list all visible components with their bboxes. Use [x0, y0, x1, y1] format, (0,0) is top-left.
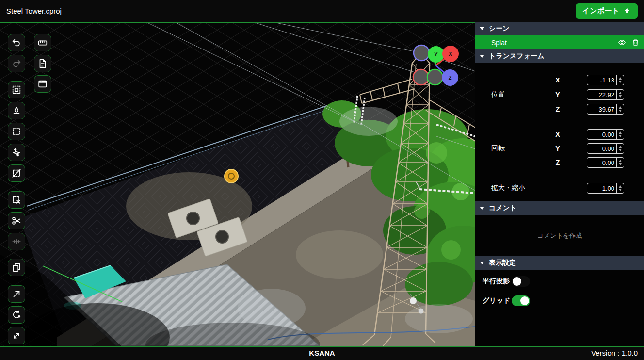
position-y-spinner[interactable] — [616, 90, 624, 99]
rotation-z-axis-label: Z — [553, 159, 563, 166]
undo-button[interactable] — [8, 34, 25, 51]
spinner-up-icon[interactable] — [619, 106, 622, 109]
gizmo-y-label: Y — [434, 51, 438, 57]
position-x-input-group — [587, 75, 624, 85]
parallel-projection-toggle[interactable] — [512, 276, 530, 287]
position-y-input[interactable] — [587, 90, 616, 99]
rotation-y-spinner[interactable] — [616, 144, 624, 153]
rotate-icon — [11, 310, 22, 320]
move-button[interactable] — [8, 285, 25, 303]
app-version: Version : 1.0.0 — [591, 349, 638, 357]
visibility-toggle-button[interactable] — [618, 38, 626, 47]
spinner-down-icon[interactable] — [619, 189, 622, 191]
flip-button[interactable] — [8, 144, 25, 161]
parallel-projection-label: 平行投影 — [483, 277, 510, 286]
collapse-triangle-icon — [480, 207, 484, 210]
gizmo-axis-neg-x[interactable] — [413, 69, 429, 85]
viewport-top-border — [0, 22, 475, 23]
merge-button[interactable] — [8, 233, 25, 250]
scene-section-header[interactable]: シーン — [475, 22, 644, 35]
spinner-up-icon[interactable] — [619, 185, 622, 188]
rotation-y-input[interactable] — [587, 144, 616, 153]
scale-spinner[interactable] — [616, 183, 624, 193]
rotate-button[interactable] — [8, 306, 25, 324]
redo-button[interactable] — [8, 55, 25, 72]
position-x-input[interactable] — [587, 75, 616, 85]
position-y-input-group — [587, 89, 624, 100]
spinner-down-icon[interactable] — [619, 163, 622, 165]
rotation-z-spinner[interactable] — [616, 158, 624, 167]
position-z-input-group — [587, 104, 624, 115]
collapse-triangle-icon — [480, 55, 484, 58]
arrow-up-right-icon — [11, 289, 22, 299]
mist — [238, 289, 306, 327]
ruler-icon — [37, 37, 48, 48]
rotation-x-axis-label: X — [553, 131, 563, 138]
rotation-y-input-group — [587, 143, 624, 154]
spinner-up-icon[interactable] — [619, 131, 622, 134]
display-settings-body: 平行投影 グリッド — [475, 270, 644, 346]
scale-input-group — [587, 183, 624, 194]
rotation-z-input[interactable] — [587, 158, 616, 167]
gizmo-axis-neg-z[interactable] — [414, 45, 429, 61]
rotation-x-input[interactable] — [587, 130, 616, 139]
viewport[interactable]: Y X Z — [0, 22, 475, 346]
marquee-select-button[interactable] — [8, 123, 25, 140]
gizmo-z-label: Z — [449, 75, 452, 81]
comment-empty-text[interactable]: コメントを作成 — [537, 231, 582, 240]
rotation-x-input-group — [587, 129, 624, 140]
position-x-spinner[interactable] — [616, 75, 624, 85]
rotation-x-spinner[interactable] — [616, 130, 624, 139]
main-area: Y X Z — [0, 22, 644, 346]
droplet-filter-button[interactable] — [8, 102, 25, 119]
comment-section-header[interactable]: コメント — [475, 201, 644, 215]
position-z-spinner[interactable] — [616, 104, 624, 114]
subtract-selection-button[interactable] — [8, 164, 25, 182]
document-icon — [37, 58, 48, 69]
spinner-up-icon[interactable] — [619, 160, 622, 162]
spinner-up-icon[interactable] — [619, 146, 622, 148]
box-select-button[interactable] — [8, 81, 25, 98]
title-bar: Steel Tower.cproj インポート — [0, 0, 644, 22]
box-select-icon — [11, 84, 22, 95]
delete-button[interactable] — [631, 38, 640, 47]
spinner-down-icon[interactable] — [619, 149, 622, 151]
orientation-gizmo[interactable]: Y X Z — [410, 43, 463, 89]
cut-button[interactable] — [8, 212, 25, 229]
comment-header-label: コメント — [489, 204, 516, 213]
spinner-down-icon[interactable] — [619, 135, 622, 137]
spinner-up-icon[interactable] — [619, 92, 622, 94]
comment-body: コメントを作成 — [475, 215, 644, 256]
rotation-z-input-group — [587, 157, 624, 168]
display-settings-section-header[interactable]: 表示設定 — [475, 256, 644, 270]
duplicate-button[interactable] — [8, 259, 25, 276]
spinner-down-icon[interactable] — [619, 110, 622, 112]
3d-canvas[interactable] — [0, 22, 475, 346]
spinner-down-icon[interactable] — [619, 95, 622, 98]
clear-selection-icon — [11, 195, 22, 205]
position-y-axis-label: Y — [553, 91, 563, 98]
undo-icon — [11, 37, 22, 48]
scene-header-label: シーン — [489, 24, 510, 33]
scene-item-splat[interactable]: Splat — [475, 35, 644, 49]
droplet-icon — [11, 105, 22, 116]
position-z-input[interactable] — [587, 104, 616, 114]
project-title: Steel Tower.cproj — [6, 7, 62, 15]
spinner-up-icon[interactable] — [619, 77, 622, 80]
document-button[interactable] — [34, 55, 51, 72]
clear-selection-button[interactable] — [8, 191, 25, 209]
measure-ruler-button[interactable] — [34, 34, 51, 51]
scale-input[interactable] — [587, 183, 616, 193]
transform-section-header[interactable]: トランスフォーム — [475, 49, 644, 63]
grid-toggle[interactable] — [512, 295, 530, 306]
eye-icon — [618, 38, 626, 47]
spinner-down-icon[interactable] — [619, 81, 622, 83]
gizmo-axis-neg-y[interactable] — [427, 69, 443, 85]
duplicate-icon — [11, 262, 22, 273]
transform-header-label: トランスフォーム — [489, 52, 544, 61]
status-bar: KSANA Version : 1.0.0 — [0, 346, 644, 360]
import-button[interactable]: インポート — [576, 3, 638, 19]
scale-button[interactable] — [8, 327, 25, 344]
window-button[interactable] — [34, 75, 51, 93]
scale-icon — [11, 330, 22, 341]
